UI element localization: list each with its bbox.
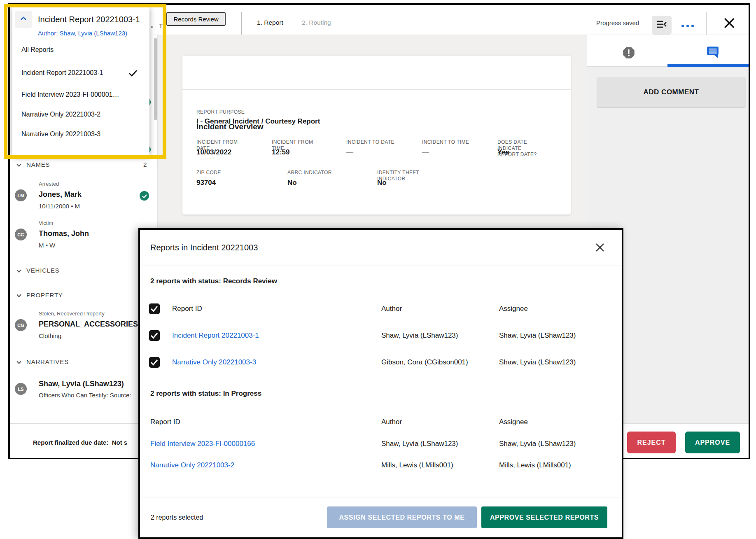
avatar: CG [15,229,27,240]
row-author: Gibson, Cora (CGibson001) [381,358,468,366]
sidebar-entry-jones[interactable]: Jones, Mark [39,190,82,199]
field-value: No [377,179,387,187]
panel-tab-bar [587,35,749,67]
section-heading: 2 reports with status: In Progress [150,390,261,398]
field-label: REPORT PURPOSE [196,109,245,115]
table-header-row: Report ID Author Assignee [149,303,610,314]
report-link[interactable]: Field Interview 2023-FI-00000166 [150,440,255,448]
collapse-panel-button[interactable] [652,16,672,35]
comment-icon [706,53,719,60]
row-assignee: Mills, Lewis (LMills001) [499,461,571,469]
incident-overview-card: Incident Overview REPORT PURPOSE I - Gen… [182,56,571,215]
field-incident-to-time: INCIDENT TO TIME — [422,139,488,168]
table-row: Field Interview 2023-FI-00000166 Shaw, L… [150,439,611,449]
row-author: Shaw, Lyvia (LShaw123) [381,440,458,448]
field-value: 12:59 [272,148,289,156]
field-identity-theft: IDENTITY THEFT INDICATOR No [377,170,427,198]
field-label: INCIDENT TO DATE [346,139,410,145]
due-date-value: Not s [112,439,128,446]
selected-count-text: 2 reports selected [151,514,203,521]
column-header: Report ID [172,305,202,313]
names-count: 2 [143,161,147,168]
close-window-button[interactable] [723,17,735,29]
column-header: Assignee [499,305,528,313]
app-canvas: Records Review T 1. Report 2. Routing Pr… [0,0,756,539]
field-incident-to-date: INCIDENT TO DATE — [346,139,412,168]
close-icon [723,23,735,30]
field-value: 93704 [196,179,216,187]
sidebar-section-property[interactable]: PROPERTY [26,292,63,299]
close-icon [595,247,605,254]
section-heading: 2 reports with status: Records Review [150,277,277,285]
assign-selected-button[interactable]: ASSIGN SELECTED REPORTS TO ME [327,506,477,528]
table-header-row: Report ID Author Assignee [150,417,611,427]
field-value: No [287,179,297,187]
entry-role: Victim [39,220,53,226]
field-label: ZIP CODE [196,170,260,176]
card-divider [182,89,571,90]
entry-detail: Officers Who Can Testify: Source: [39,392,131,399]
field-value: — [346,148,353,156]
row-author: Mills, Lewis (LMills001) [381,461,453,469]
column-header: Author [381,418,402,426]
more-options-button[interactable] [680,21,695,29]
row-assignee: Shaw, Lyvia (LShaw123) [499,440,576,448]
step-divider [241,12,242,35]
due-date-label: Report finalized due date: [33,439,108,446]
active-tab-indicator [667,64,749,67]
modal-title: Reports in Incident 20221003 [150,243,258,252]
avatar: LS [15,383,27,395]
field-value: 10/03/2022 [196,148,231,156]
entry-detail: 10/11/2000 • M [39,203,80,210]
column-header: Assignee [499,418,528,426]
reject-button[interactable]: REJECT [627,432,676,453]
report-link[interactable]: Narrative Only 20221003-2 [150,461,234,469]
approve-button[interactable]: APPROVE [685,432,740,453]
approve-selected-button[interactable]: APPROVE SELECTED REPORTS [481,506,607,528]
more-options-icon [681,25,684,27]
report-link[interactable]: Narrative Only 20221003-3 [172,358,256,366]
select-all-checkbox[interactable] [149,303,160,314]
complete-check-icon [140,191,149,201]
field-value: — [422,148,429,156]
tab-report[interactable]: 1. Report [257,19,283,26]
entry-role: Arrested [39,181,59,187]
chevron-down-icon[interactable] [16,292,21,300]
table-row: Narrative Only 20221003-3 Gibson, Cora (… [149,357,610,368]
highlight-box [4,4,166,159]
row-checkbox[interactable] [149,357,160,368]
sidebar-section-narratives[interactable]: NARRATIVES [26,358,69,365]
modal-divider [140,266,622,266]
tab-routing[interactable]: 2. Routing [302,19,331,26]
field-zip-code: ZIP CODE 93704 [196,170,262,198]
status-badge-label: Records Review [173,16,218,23]
report-link[interactable]: Incident Report 20221003-1 [172,331,259,340]
tab-comments[interactable] [706,45,719,58]
field-does-date-indicate: DOES DATE INDICATE REPORT DATE? Yes [497,139,547,168]
chevron-down-icon[interactable] [16,268,21,275]
modal-footer-divider [140,497,622,497]
chevron-down-icon[interactable] [16,359,21,366]
field-arrc-indicator: ARRC INDICATOR No [287,170,357,198]
report-purpose-value: I - General Incident / Courtesy Report [196,117,320,126]
column-header: Report ID [150,418,180,426]
sidebar-section-names[interactable]: NAMES [26,161,50,168]
sidebar-entry-thomas[interactable]: Thomas, John [39,229,89,238]
row-assignee: Shaw, Lyvia (LShaw123) [499,358,576,366]
add-comment-button[interactable]: ADD COMMENT [597,77,745,107]
sidebar-entry-property[interactable]: PERSONAL_ACCESSORIES [39,320,138,329]
modal-close-button[interactable] [595,242,605,253]
column-header: Author [381,305,402,313]
sidebar-section-vehicles[interactable]: VEHICLES [26,267,60,274]
sidebar-entry-narrative[interactable]: Shaw, Lyvia (LShaw123) [39,380,124,388]
chevron-down-icon[interactable] [16,162,21,169]
due-date-line: Report finalized due date: Not s [33,439,127,446]
more-options-icon [686,25,689,27]
tab-alerts[interactable] [622,46,635,59]
close-divider [706,12,707,35]
row-assignee: Shaw, Lyvia (LShaw123) [499,331,576,340]
row-checkbox[interactable] [149,330,160,341]
section-divider [150,379,611,379]
status-badge: Records Review [166,12,226,26]
row-author: Shaw, Lyvia (LShaw123) [381,331,458,340]
